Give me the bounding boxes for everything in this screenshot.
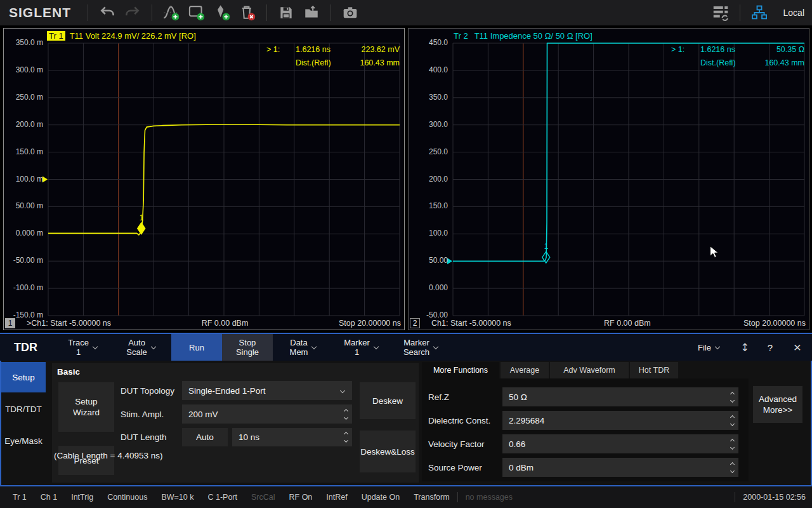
source-power-field[interactable]: 0 dBm: [502, 458, 738, 477]
system-status-icon[interactable]: [708, 2, 733, 23]
network-icon[interactable]: [747, 2, 772, 23]
help-button[interactable]: ?: [757, 334, 783, 361]
chevron-down-icon: [715, 344, 720, 349]
setup-wizard-button[interactable]: SetupWizard: [58, 382, 114, 432]
y-tick-label: 350.0: [409, 93, 448, 102]
spinner-arrows[interactable]: [731, 458, 734, 477]
chart-window-1[interactable]: 1 350.0 m300.0 m250.0 m200.0 m150.0 m100…: [3, 28, 405, 330]
y-tick-label: 300.0 m: [4, 65, 43, 74]
rf-power-label: RF 0.00 dBm: [511, 319, 743, 328]
deskew-loss-button[interactable]: Deskew&Loss: [360, 431, 416, 472]
menu-file[interactable]: File: [685, 343, 732, 352]
basic-group: Basic SetupWizard Preset DUT Topology Si…: [52, 363, 419, 483]
velocity-factor-field[interactable]: 0.66: [502, 434, 738, 453]
toolbar-divider: [88, 4, 88, 21]
tab-average[interactable]: Average: [501, 362, 549, 378]
menu-trace[interactable]: Trace1: [55, 334, 110, 361]
add-marker-icon[interactable]: [209, 2, 235, 23]
status-message: no messages: [466, 493, 513, 502]
y-tick-label: 250.0 m: [4, 93, 43, 102]
marker-time: 1.6216 ns: [296, 45, 354, 54]
tab-setup[interactable]: Setup: [1, 362, 46, 392]
y-tick-label: 350.0 m: [4, 38, 43, 47]
stim-ampl-field[interactable]: 200 mV: [182, 404, 352, 424]
dut-topology-dropdown[interactable]: Single-Ended 1-Port: [182, 381, 352, 400]
trace-title[interactable]: T11 Impedence 50 Ω/ 50 Ω [RO]: [475, 31, 593, 41]
cable-length-note: (Cable Length = 4.40953 ns): [54, 451, 163, 460]
menu-marker-search[interactable]: MarkerSearch: [389, 334, 452, 361]
menu-run-button[interactable]: Run: [171, 334, 222, 361]
status-sweep: Continuous: [107, 493, 147, 502]
local-mode-label[interactable]: Local: [783, 8, 804, 18]
tab-more-functions[interactable]: More Functions: [422, 362, 499, 378]
spinner-arrows[interactable]: [731, 434, 734, 453]
toolbar-divider: [266, 4, 267, 21]
tab-tdr-tdt[interactable]: TDR/TDT: [1, 394, 46, 424]
save-file-icon[interactable]: [273, 2, 299, 23]
tab-eye-mask[interactable]: Eye/Mask: [1, 425, 46, 456]
dut-length-field[interactable]: 10 ns: [232, 428, 352, 446]
y-tick-label: 0.000: [409, 283, 448, 292]
tab-adv-waveform[interactable]: Adv Waveform: [550, 362, 629, 378]
tab-hot-tdr[interactable]: Hot TDR: [630, 362, 678, 378]
tdr-control-panel: Setup TDR/TDT Eye/Mask Basic SetupWizard…: [0, 361, 812, 486]
screen: SIGLENT: [0, 0, 812, 508]
spinner-arrows[interactable]: [344, 404, 348, 424]
window-number-badge[interactable]: 1: [5, 318, 15, 328]
status-right: 2000-01-15 02:56: [727, 492, 806, 502]
chart-window-2[interactable]: 1 450.0400.0350.0300.0250.0200.0150.0100…: [408, 28, 809, 330]
add-window-icon[interactable]: [184, 2, 209, 23]
channel-start-label: Ch1: Start -5.00000 ns: [431, 319, 511, 328]
menu-marker[interactable]: Marker1: [333, 334, 389, 361]
y-tick-label: 100.0 m: [4, 175, 43, 184]
open-file-icon[interactable]: [299, 2, 324, 23]
menu-data-mem[interactable]: DataMem: [273, 334, 333, 361]
trace-badge[interactable]: Tr 1: [47, 31, 65, 41]
resize-panel-icon[interactable]: ↕: [732, 334, 757, 361]
y-tick-label: 150.0: [409, 201, 448, 210]
toolbar-right-group: Local: [708, 2, 804, 23]
y-tick-label: 0.000 m: [4, 229, 43, 237]
menu-stop-single-button[interactable]: StopSingle: [222, 334, 273, 361]
window-number-badge[interactable]: 2: [410, 318, 420, 328]
undo-icon[interactable]: [95, 2, 120, 23]
velocity-factor-label: Velocity Factor: [428, 439, 485, 449]
marker-value: 50.35 Ω: [759, 45, 804, 54]
menu-auto-scale[interactable]: AutoScale: [110, 334, 171, 361]
dielectric-const-field[interactable]: 2.295684: [502, 411, 738, 430]
mouse-cursor: [709, 246, 719, 258]
status-update: Update On: [362, 493, 400, 502]
close-button[interactable]: ×: [783, 334, 812, 361]
redo-icon[interactable]: [120, 2, 145, 23]
y-tick-label: 100.0: [409, 229, 448, 237]
status-items: Tr 1 Ch 1 IntTrig Continuous BW=10 k C 1…: [13, 493, 450, 502]
status-datetime: 2000-01-15 02:56: [743, 493, 806, 502]
trace-badge[interactable]: Tr 2: [452, 31, 470, 41]
deskew-button[interactable]: Deskew: [360, 382, 416, 419]
spinner-arrows[interactable]: [731, 387, 734, 406]
top-toolbar: SIGLENT: [0, 0, 812, 25]
impedance-plot: 1: [409, 29, 810, 331]
screenshot-icon[interactable]: [337, 2, 363, 23]
marker-dist-label: Dist.(Refl): [700, 58, 759, 67]
add-trace-icon[interactable]: [159, 2, 184, 23]
status-channel: Ch 1: [41, 493, 57, 502]
y-tick-label: 300.0: [409, 120, 448, 129]
dut-length-auto-button[interactable]: Auto: [182, 428, 228, 446]
spinner-arrows[interactable]: [344, 428, 348, 446]
advanced-more-button[interactable]: AdvancedMore>>: [753, 386, 802, 423]
rf-power-label: RF 0.00 dBm: [111, 319, 339, 328]
menu-right-group: File ↕ ? ×: [685, 334, 812, 361]
status-divider: [457, 492, 458, 502]
preset-button[interactable]: Preset: [58, 446, 114, 475]
ref-z-field[interactable]: 50 Ω: [502, 387, 738, 406]
status-rf: RF On: [289, 493, 313, 502]
marker-prefix: > 1:: [671, 45, 700, 54]
trace-title[interactable]: T11 Volt 224.9 mV/ 226.2 mV [RO]: [70, 31, 196, 41]
marker-readout: > 1: 1.6216 ns 50.35 Ω Dist.(Refl) 160.4…: [671, 45, 804, 67]
y-tick-label: 250.0: [409, 147, 448, 156]
spinner-arrows[interactable]: [731, 411, 734, 430]
basic-group-title: Basic: [57, 367, 80, 377]
status-bar: Tr 1 Ch 1 IntTrig Continuous BW=10 k C 1…: [0, 486, 812, 508]
delete-trace-icon[interactable]: [235, 2, 260, 23]
